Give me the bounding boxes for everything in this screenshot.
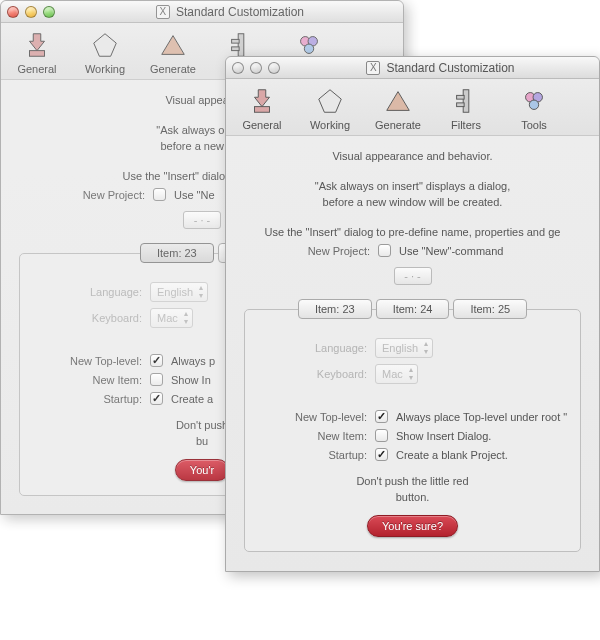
chevron-updown-icon: ▴▾ [409, 366, 413, 382]
hint-line: button. [255, 491, 570, 503]
toolbar-item-generate[interactable]: Generate [147, 29, 199, 75]
new-project-option: Use "New"-command [399, 245, 503, 257]
toolbar-item-general[interactable]: General [236, 85, 288, 131]
generate-icon [157, 29, 189, 61]
new-item-checkbox[interactable] [375, 429, 388, 442]
language-select[interactable]: English ▴▾ [375, 338, 433, 358]
svg-marker-2 [162, 36, 185, 55]
intro-line: "Ask always on insert" displays a dialog… [234, 180, 591, 192]
window-proxy-icon: X [366, 61, 380, 75]
startup-checkbox[interactable] [375, 448, 388, 461]
titlebar[interactable]: X Standard Customization [1, 1, 403, 23]
new-toplevel-checkbox[interactable] [375, 410, 388, 423]
new-project-checkbox[interactable] [153, 188, 166, 201]
new-project-label: New Project: [33, 189, 145, 201]
toolbar-label: Filters [451, 119, 481, 131]
toolbar-label: Generate [375, 119, 421, 131]
toolbar-label: Tools [521, 119, 547, 131]
toolbar-item-working[interactable]: Working [79, 29, 131, 75]
language-value: English [157, 286, 193, 298]
startup-label: Startup: [30, 393, 142, 405]
svg-marker-1 [94, 34, 117, 57]
toolbar-item-generate[interactable]: Generate [372, 85, 424, 131]
zoom-icon[interactable] [268, 62, 280, 74]
tabs: Item: 23 Item: 24 Item: 25 Language: Eng… [244, 299, 581, 552]
content: Visual appearance and behavior. "Ask alw… [226, 136, 599, 568]
toolbar-item-working[interactable]: Working [304, 85, 356, 131]
close-icon[interactable] [232, 62, 244, 74]
chevron-updown-icon: ▴▾ [424, 340, 428, 356]
tab-item-25[interactable]: Item: 25 [453, 299, 527, 319]
tools-icon [518, 85, 550, 117]
new-project-checkbox[interactable] [378, 244, 391, 257]
language-select[interactable]: English ▴▾ [150, 282, 208, 302]
tab-item-24[interactable]: Item: 24 [376, 299, 450, 319]
generate-icon [382, 85, 414, 117]
new-item-checkbox[interactable] [150, 373, 163, 386]
svg-rect-12 [463, 90, 469, 113]
startup-label: Startup: [255, 449, 367, 461]
stepper[interactable]: - · - [394, 267, 432, 285]
new-item-label: New Item: [30, 374, 142, 386]
minimize-icon[interactable] [25, 6, 37, 18]
keyboard-value: Mac [157, 312, 178, 324]
svg-rect-4 [232, 39, 240, 43]
startup-checkbox[interactable] [150, 392, 163, 405]
tab-panel: Language: English ▴▾ Keyboard: Mac ▴▾ Ne… [244, 309, 581, 552]
new-toplevel-label: New Top-level: [255, 411, 367, 423]
toolbar-label: Generate [150, 63, 196, 75]
chevron-updown-icon: ▴▾ [199, 284, 203, 300]
new-item-option: Show In [171, 374, 211, 386]
new-project-label: New Project: [258, 245, 370, 257]
toolbar-item-tools[interactable]: Tools [508, 85, 560, 131]
keyboard-select[interactable]: Mac ▴▾ [150, 308, 193, 328]
tab-item-23[interactable]: Item: 23 [298, 299, 372, 319]
new-toplevel-option: Always p [171, 355, 215, 367]
keyboard-select[interactable]: Mac ▴▾ [375, 364, 418, 384]
svg-rect-5 [232, 47, 240, 51]
language-label: Language: [255, 342, 367, 354]
toolbar-label: Working [310, 119, 350, 131]
titlebar[interactable]: X Standard Customization [226, 57, 599, 79]
intro-line: Visual appearance and behavior. [234, 150, 591, 162]
chevron-updown-icon: ▴▾ [184, 310, 188, 326]
svg-rect-14 [457, 103, 465, 107]
close-icon[interactable] [7, 6, 19, 18]
toolbar-label: General [17, 63, 56, 75]
general-icon [246, 85, 278, 117]
working-icon [314, 85, 346, 117]
new-toplevel-checkbox[interactable] [150, 354, 163, 367]
startup-option: Create a [171, 393, 213, 405]
danger-button[interactable]: You're sure? [367, 515, 458, 537]
toolbar-item-filters[interactable]: Filters [440, 85, 492, 131]
svg-rect-13 [457, 95, 465, 99]
tab-item-23[interactable]: Item: 23 [140, 243, 214, 263]
stepper[interactable]: - · - [183, 211, 221, 229]
minimize-icon[interactable] [250, 62, 262, 74]
general-icon [21, 29, 53, 61]
language-label: Language: [30, 286, 142, 298]
filters-icon [450, 85, 482, 117]
svg-rect-9 [255, 107, 270, 113]
intro-line: before a new window will be created. [234, 196, 591, 208]
danger-button[interactable]: You'r [175, 459, 229, 481]
zoom-icon[interactable] [43, 6, 55, 18]
toolbar-label: General [242, 119, 281, 131]
new-toplevel-option: Always place Top-level under root " [396, 411, 567, 423]
toolbar: General Working Generate Filters Tools [226, 79, 599, 136]
svg-point-8 [304, 44, 313, 53]
hint-line: Don't push the little red [255, 475, 570, 487]
keyboard-label: Keyboard: [30, 312, 142, 324]
svg-rect-0 [30, 51, 45, 57]
svg-marker-11 [387, 92, 410, 111]
new-item-label: New Item: [255, 430, 367, 442]
new-project-option: Use "Ne [174, 189, 215, 201]
traffic-lights [232, 62, 280, 74]
toolbar-item-general[interactable]: General [11, 29, 63, 75]
keyboard-value: Mac [382, 368, 403, 380]
window-title: Standard Customization [176, 5, 304, 19]
keyboard-label: Keyboard: [255, 368, 367, 380]
svg-rect-3 [238, 34, 244, 57]
toolbar-label: Working [85, 63, 125, 75]
window-title: Standard Customization [386, 61, 514, 75]
